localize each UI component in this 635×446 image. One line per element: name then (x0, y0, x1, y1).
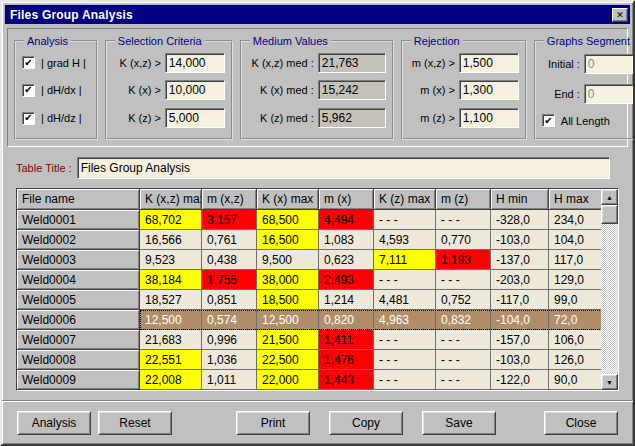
file-name-cell[interactable]: Weld0008 (17, 350, 140, 370)
grad-h-checkbox[interactable]: ✔ (22, 56, 35, 69)
close-button[interactable]: ✕ (612, 8, 628, 22)
save-button[interactable]: Save (422, 411, 496, 435)
data-cell[interactable]: 117,0 (549, 250, 601, 270)
data-cell[interactable]: 234,0 (549, 210, 601, 230)
data-cell[interactable]: - - - (374, 330, 436, 350)
data-cell[interactable]: - - - (436, 270, 491, 290)
data-cell[interactable]: 9,500 (257, 250, 319, 270)
data-cell[interactable]: 68,500 (257, 210, 319, 230)
data-cell[interactable]: 99,0 (549, 290, 601, 310)
vertical-scrollbar[interactable]: ▲ ▼ (601, 189, 618, 390)
scroll-up-button[interactable]: ▲ (601, 189, 618, 205)
data-cell[interactable]: 12,500 (257, 310, 319, 330)
data-cell[interactable]: 0,752 (436, 290, 491, 310)
data-cell[interactable]: - - - (374, 270, 436, 290)
k-xz-input[interactable] (165, 53, 225, 73)
data-cell[interactable]: 0,574 (202, 310, 257, 330)
data-cell[interactable]: -122,0 (491, 370, 549, 390)
file-name-cell[interactable]: Weld0002 (17, 230, 140, 250)
data-cell[interactable]: 0,438 (202, 250, 257, 270)
data-cell[interactable]: -203,0 (491, 270, 549, 290)
analysis-button[interactable]: Analysis (17, 411, 91, 435)
file-name-cell[interactable]: Weld0003 (17, 250, 140, 270)
data-cell[interactable]: -137,0 (491, 250, 549, 270)
data-cell[interactable]: 22,008 (140, 370, 202, 390)
data-cell[interactable]: 1,443 (319, 370, 374, 390)
data-cell[interactable]: 2,493 (319, 270, 374, 290)
data-cell[interactable]: 1,193 (436, 250, 491, 270)
data-cell[interactable]: 22,500 (257, 350, 319, 370)
data-cell[interactable]: 18,527 (140, 290, 202, 310)
all-length-checkbox[interactable]: ✔ (542, 114, 555, 127)
m-x-input[interactable] (459, 80, 519, 100)
data-cell[interactable]: 0,770 (436, 230, 491, 250)
file-name-cell[interactable]: Weld0007 (17, 330, 140, 350)
data-cell[interactable]: 38,184 (140, 270, 202, 290)
scroll-track[interactable] (601, 224, 618, 374)
m-z-input[interactable] (459, 108, 519, 128)
data-cell[interactable]: - - - (436, 370, 491, 390)
data-cell[interactable]: 22,000 (257, 370, 319, 390)
data-cell[interactable]: 72,0 (549, 310, 601, 330)
data-cell[interactable]: 7,111 (374, 250, 436, 270)
reset-button[interactable]: Reset (98, 411, 172, 435)
data-cell[interactable]: 1,036 (202, 350, 257, 370)
copy-button[interactable]: Copy (329, 411, 403, 435)
data-cell[interactable]: 21,683 (140, 330, 202, 350)
data-cell[interactable]: 1,011 (202, 370, 257, 390)
file-name-cell[interactable]: Weld0004 (17, 270, 140, 290)
column-header-h-min[interactable]: H min (491, 189, 549, 210)
data-cell[interactable]: 4,481 (374, 290, 436, 310)
data-cell[interactable]: 106,0 (549, 330, 601, 350)
data-cell[interactable]: -104,0 (491, 310, 549, 330)
data-cell[interactable]: 1,476 (319, 350, 374, 370)
file-name-cell[interactable]: Weld0006 (17, 310, 140, 330)
data-cell[interactable]: 126,0 (549, 350, 601, 370)
data-cell[interactable]: 0,761 (202, 230, 257, 250)
dhdz-checkbox[interactable]: ✔ (22, 112, 35, 125)
column-header-mx[interactable]: m (x) (319, 189, 374, 210)
k-z-input[interactable] (165, 108, 225, 128)
scroll-thumb[interactable] (601, 205, 618, 224)
dhdx-checkbox[interactable]: ✔ (22, 84, 35, 97)
data-cell[interactable]: 104,0 (549, 230, 601, 250)
data-cell[interactable]: 68,702 (140, 210, 202, 230)
data-cell[interactable]: -328,0 (491, 210, 549, 230)
data-cell[interactable]: 38,000 (257, 270, 319, 290)
k-x-input[interactable] (165, 80, 225, 100)
data-cell[interactable]: 0,832 (436, 310, 491, 330)
data-cell[interactable]: 0,851 (202, 290, 257, 310)
data-cell[interactable]: - - - (374, 370, 436, 390)
data-cell[interactable]: 16,566 (140, 230, 202, 250)
data-cell[interactable]: 16,500 (257, 230, 319, 250)
data-cell[interactable]: 0,996 (202, 330, 257, 350)
column-header-kz-max[interactable]: K (z) max (374, 189, 436, 210)
column-header-kxz-max[interactable]: K (x,z) max (140, 189, 202, 210)
data-cell[interactable]: 1,755 (202, 270, 257, 290)
data-cell[interactable]: 0,623 (319, 250, 374, 270)
file-name-cell[interactable]: Weld0009 (17, 370, 140, 390)
data-cell[interactable]: - - - (436, 210, 491, 230)
data-cell[interactable]: 0,820 (319, 310, 374, 330)
data-cell[interactable]: - - - (436, 330, 491, 350)
data-cell[interactable]: -103,0 (491, 350, 549, 370)
column-header-kx-max[interactable]: K (x) max (257, 189, 319, 210)
data-cell[interactable]: 4,494 (319, 210, 374, 230)
table-title-input[interactable] (77, 157, 610, 179)
data-cell[interactable]: - - - (374, 350, 436, 370)
data-cell[interactable]: 4,593 (374, 230, 436, 250)
scroll-down-button[interactable]: ▼ (601, 374, 618, 390)
data-cell[interactable]: 3,157 (202, 210, 257, 230)
data-cell[interactable]: 21,500 (257, 330, 319, 350)
column-header-mz[interactable]: m (z) (436, 189, 491, 210)
data-cell[interactable]: 18,500 (257, 290, 319, 310)
file-name-cell[interactable]: Weld0001 (17, 210, 140, 230)
close-dialog-button[interactable]: Close (544, 411, 618, 435)
data-cell[interactable]: -103,0 (491, 230, 549, 250)
column-header-file-name[interactable]: File name (17, 189, 140, 210)
data-cell[interactable]: 1,083 (319, 230, 374, 250)
data-cell[interactable]: - - - (436, 350, 491, 370)
data-cell[interactable]: -117,0 (491, 290, 549, 310)
m-xz-input[interactable] (459, 53, 519, 73)
data-cell[interactable]: 22,551 (140, 350, 202, 370)
